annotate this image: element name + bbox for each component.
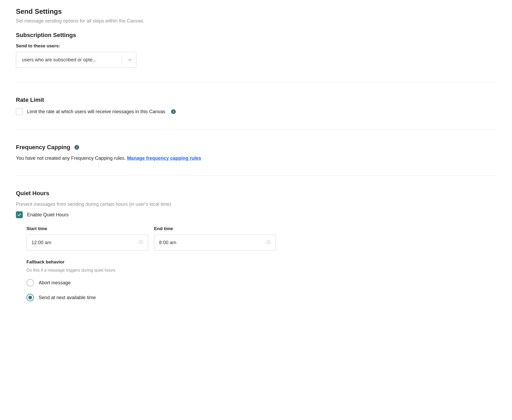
divider [16, 129, 496, 130]
fallback-behavior-subtitle: Do this if a message triggers during qui… [26, 268, 496, 273]
clock-icon [266, 240, 271, 246]
enable-quiet-hours-label: Enable Quiet Hours [27, 212, 69, 218]
fallback-behavior-title: Fallback behavior [26, 259, 496, 265]
select-divider [122, 56, 122, 64]
info-icon[interactable]: i [171, 109, 176, 114]
frequency-capping-text: You have not created any Frequency Cappi… [16, 156, 126, 161]
divider [16, 82, 496, 82]
radio-abort[interactable] [26, 279, 34, 286]
manage-frequency-rules-link[interactable]: Manage frequency capping rules [127, 156, 201, 161]
send-settings-title: Send Settings [16, 7, 496, 16]
chevron-down-icon [124, 58, 136, 62]
send-to-users-select[interactable]: users who are subscribed or opte... [16, 52, 136, 68]
frequency-capping-body: You have not created any Frequency Cappi… [16, 156, 496, 161]
start-time-value: 12:00 am [32, 240, 138, 245]
send-settings-subtitle: Set message sending options for all step… [16, 18, 496, 24]
rate-limit-label: Limit the rate at which users will recei… [27, 109, 165, 115]
frequency-capping-title: Frequency Capping [16, 144, 70, 151]
rate-limit-checkbox[interactable] [16, 108, 23, 115]
quiet-hours-subtitle: Prevent messages from sending during cer… [16, 202, 496, 207]
end-time-label: End time [154, 226, 276, 231]
radio-send-next[interactable] [26, 294, 34, 301]
send-to-users-value: users who are subscribed or opte... [22, 57, 119, 63]
info-icon[interactable]: i [74, 145, 79, 150]
start-time-label: Start time [26, 226, 148, 231]
quiet-hours-title: Quiet Hours [16, 190, 496, 197]
end-time-value: 8:00 am [159, 240, 266, 245]
send-to-users-label: Send to these users: [16, 43, 496, 49]
subscription-settings-title: Subscription Settings [16, 32, 496, 39]
fallback-option-abort[interactable]: Abort message [26, 279, 496, 286]
clock-icon [138, 240, 143, 246]
fallback-option-send-next[interactable]: Send at next available time [26, 294, 496, 301]
radio-send-next-label: Send at next available time [39, 295, 96, 300]
divider [16, 175, 496, 176]
check-icon [17, 213, 21, 217]
enable-quiet-hours-checkbox[interactable] [16, 211, 23, 218]
end-time-input[interactable]: 8:00 am [154, 235, 276, 250]
rate-limit-title: Rate Limit [16, 97, 496, 103]
radio-abort-label: Abort message [39, 280, 71, 286]
start-time-input[interactable]: 12:00 am [26, 235, 148, 250]
